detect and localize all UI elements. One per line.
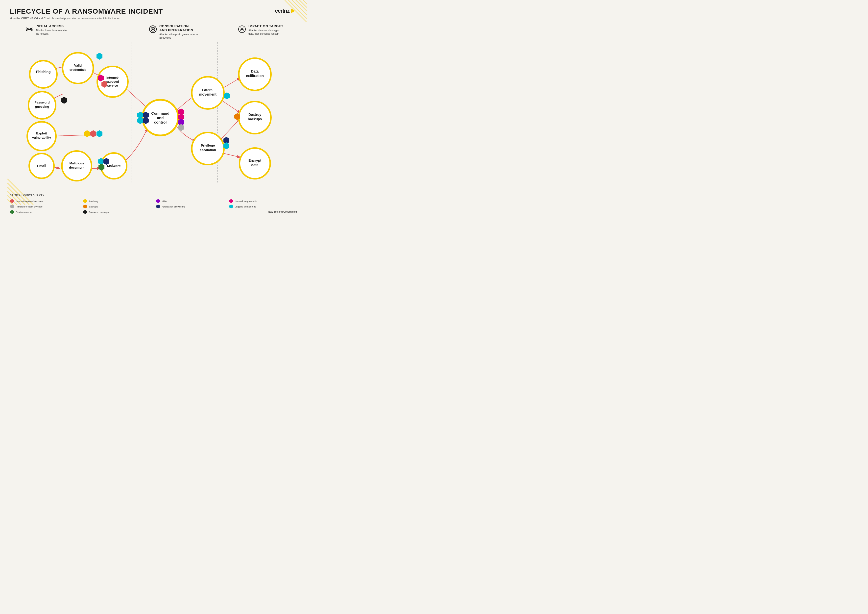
svg-text:exfiltration: exfiltration xyxy=(246,74,264,78)
svg-marker-55 xyxy=(229,199,233,203)
arrow-priv-destroy xyxy=(219,119,240,141)
svg-text:Data: Data xyxy=(251,69,259,73)
svg-marker-60 xyxy=(10,210,14,214)
phase-3-title: IMPACT ON TARGET xyxy=(248,24,283,28)
hex-patching-exploit xyxy=(84,130,90,137)
svg-text:Malicious: Malicious xyxy=(69,162,84,165)
legend-label-appallow: Application allowlisting xyxy=(162,205,185,208)
svg-text:data: data xyxy=(251,163,259,167)
legend-label-mfa: MFA xyxy=(162,200,167,202)
legend-title: CRITICAL CONTROLS KEY xyxy=(10,194,297,197)
phase-3-desc: Attacker steals and encryptsdata, then d… xyxy=(248,29,283,36)
legend: CRITICAL CONTROLS KEY Internet-exposed s… xyxy=(10,194,297,214)
impact-icon xyxy=(237,25,246,34)
svg-text:Email: Email xyxy=(37,164,46,168)
arrow-cc-priv xyxy=(174,124,195,141)
page-subtitle: How the CERT NZ Critical Controls can he… xyxy=(10,17,297,20)
svg-text:Privilege: Privilege xyxy=(201,144,215,147)
legend-label-logging: Logging and alerting xyxy=(235,205,256,208)
svg-text:Destroy: Destroy xyxy=(248,113,261,117)
legend-label-leastpriv: Principle of least privilege xyxy=(16,205,43,208)
svg-point-20 xyxy=(152,28,153,30)
legend-label-internetexp: Internet-exposed services xyxy=(16,200,43,202)
svg-text:escalation: escalation xyxy=(200,148,216,152)
svg-text:exposed: exposed xyxy=(106,80,119,84)
logo-text: certnz xyxy=(275,8,290,14)
phase-impact: IMPACT ON TARGET Attacker steals and enc… xyxy=(237,24,292,42)
svg-text:vulnerability: vulnerability xyxy=(32,136,51,139)
phase-1-desc: Attacker looks for a way intothe network xyxy=(36,29,67,36)
phase-2-desc: Attacker attempts to gain access toall d… xyxy=(160,33,198,40)
page: LIFECYCLE OF A RANSOMWARE INCIDENT certn… xyxy=(0,0,307,217)
svg-marker-12 xyxy=(291,8,295,13)
hex-internetexp-exploit xyxy=(90,130,96,137)
svg-marker-54 xyxy=(156,199,160,203)
svg-marker-53 xyxy=(83,199,87,203)
svg-marker-57 xyxy=(83,205,87,208)
hex-logging-validcreds xyxy=(96,53,102,60)
cert-nz-logo: certnz xyxy=(275,8,297,14)
legend-item-logging: Logging and alerting xyxy=(229,204,297,209)
svg-marker-58 xyxy=(156,205,160,208)
node-phishing xyxy=(30,61,57,88)
phase-2-title: CONSOLIDATIONAND PREPARATION xyxy=(160,24,198,32)
svg-text:control: control xyxy=(154,120,167,124)
initial-access-icon xyxy=(25,25,34,34)
legend-item-pwmgr: Password manager xyxy=(83,210,151,214)
legend-item-mfa: MFA xyxy=(156,199,224,203)
node-phishing-label: Phishing xyxy=(36,70,51,74)
legend-item-netseg: Network segmentation xyxy=(229,199,297,203)
legend-item-internetexp: Internet-exposed services xyxy=(10,199,78,203)
hex-leastpriv-cc-right xyxy=(178,124,184,131)
nz-gov-logo: New Zealand Government xyxy=(268,210,297,213)
legend-label-netseg: Network segmentation xyxy=(235,200,258,202)
page-title: LIFECYCLE OF A RANSOMWARE INCIDENT xyxy=(10,8,163,16)
title-area: LIFECYCLE OF A RANSOMWARE INCIDENT xyxy=(10,8,163,16)
diagram-svg: Phishing Valid credentials Password gues… xyxy=(10,42,297,183)
diagram-container: Phishing Valid credentials Password gues… xyxy=(10,42,297,183)
svg-marker-56 xyxy=(10,205,14,208)
svg-marker-59 xyxy=(229,205,233,208)
svg-text:Malware: Malware xyxy=(107,164,121,168)
hex-pwmgr-pwguessing xyxy=(61,97,67,104)
consolidation-icon xyxy=(149,25,157,34)
svg-text:Lateral: Lateral xyxy=(202,88,214,92)
legend-item-patching: Patching xyxy=(83,199,151,203)
legend-item-appallow: Application allowlisting xyxy=(156,204,224,209)
svg-marker-61 xyxy=(83,210,87,214)
legend-item-leastpriv: Principle of least privilege xyxy=(10,204,78,209)
svg-line-2 xyxy=(299,0,307,8)
legend-grid: Internet-exposed services Patching MFA N… xyxy=(10,199,297,214)
svg-text:Command: Command xyxy=(151,111,169,115)
legend-label-pwmgr: Password manager xyxy=(89,211,109,213)
phase-consolidation: CONSOLIDATIONAND PREPARATION Attacker at… xyxy=(149,24,235,42)
hex-logging-exploit xyxy=(96,130,102,137)
legend-item-macros: Disable macros xyxy=(10,210,78,214)
phase-1-title: INITIAL ACCESS xyxy=(36,24,67,28)
svg-text:movement: movement xyxy=(199,92,217,96)
svg-text:document: document xyxy=(69,166,85,169)
svg-marker-52 xyxy=(10,199,14,203)
svg-text:Password: Password xyxy=(34,101,50,104)
svg-line-1 xyxy=(296,0,307,11)
legend-label-macros: Disable macros xyxy=(16,211,32,213)
header: LIFECYCLE OF A RANSOMWARE INCIDENT certn… xyxy=(10,8,297,16)
svg-text:backups: backups xyxy=(248,117,262,121)
svg-text:Encrypt: Encrypt xyxy=(248,159,261,162)
svg-text:credentials: credentials xyxy=(70,68,87,72)
svg-text:and: and xyxy=(157,116,164,120)
svg-text:service: service xyxy=(107,84,118,87)
logo-chevron-icon xyxy=(290,8,297,14)
svg-text:guessing: guessing xyxy=(35,105,49,109)
svg-text:Valid: Valid xyxy=(74,64,82,67)
svg-line-3 xyxy=(303,0,307,4)
legend-item-backups: Backups xyxy=(83,204,151,209)
phase-initial-access: INITIAL ACCESS Attacker looks for a way … xyxy=(25,24,146,42)
hex-logging-lateral xyxy=(224,92,230,99)
svg-text:Exploit: Exploit xyxy=(36,132,47,135)
legend-label-patching: Patching xyxy=(89,200,98,202)
arrow-lateral-destroy xyxy=(222,100,240,113)
nz-gov-text: New Zealand Government xyxy=(268,210,297,213)
legend-label-backups: Backups xyxy=(89,205,98,208)
svg-text:Internet-: Internet- xyxy=(106,76,119,79)
